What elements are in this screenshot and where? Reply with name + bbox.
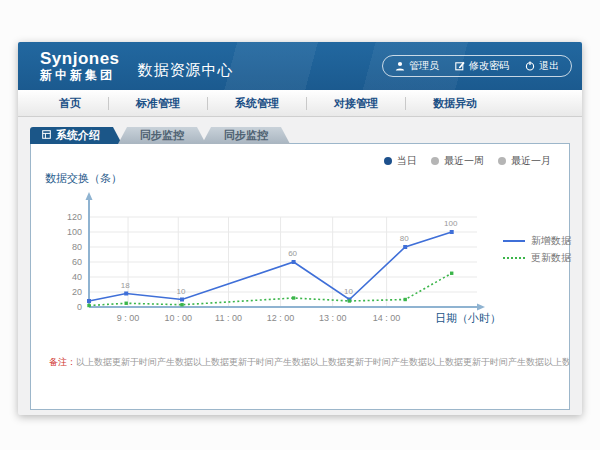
footnote: 备注：以上数据更新于时间产生数据以上数据更新于时间产生数据以上数据更新于时间产生… [31, 356, 569, 369]
series-line [89, 273, 452, 305]
legend-update-data-label: 更新数据 [531, 251, 571, 265]
x-axis-label: 日期（小时） [435, 311, 501, 326]
nav-item-system-mgmt[interactable]: 系统管理 [208, 97, 307, 110]
main-nav: 首页 标准管理 系统管理 对接管理 数据异动 [18, 90, 582, 117]
tab-sync-monitor-1-label: 同步监控 [140, 129, 184, 141]
logout-button[interactable]: 退出 [525, 59, 559, 73]
power-icon [525, 61, 535, 71]
y-tick-label: 60 [72, 257, 82, 267]
data-point-marker [87, 299, 91, 303]
data-point-label: 60 [288, 249, 297, 258]
radio-dot-icon [498, 157, 506, 165]
data-point-label: 10 [177, 287, 186, 296]
x-tick-label: 10 : 00 [165, 313, 193, 323]
tab-sync-monitor-1[interactable]: 同步监控 [118, 127, 206, 144]
radio-last-month[interactable]: 最近一月 [498, 154, 551, 168]
chart-legend: 新增数据 更新数据 [503, 232, 571, 266]
radio-last-week-label: 最近一周 [444, 154, 484, 168]
radio-today-label: 当日 [397, 154, 417, 168]
legend-new-data-label: 新增数据 [531, 234, 571, 248]
footnote-text: 以上数据更新于时间产生数据以上数据更新于时间产生数据以上数据更新于时间产生数据以… [76, 357, 569, 367]
content-area: 系统介绍 同步监控 同步监控 当日 最近一周 [18, 117, 582, 415]
data-point-label: 18 [121, 281, 130, 290]
nav-item-data-change[interactable]: 数据异动 [406, 97, 504, 110]
y-tick-label: 80 [72, 242, 82, 252]
legend-new-data[interactable]: 新增数据 [503, 232, 571, 249]
logo-text-en: Synjones [40, 50, 120, 69]
change-password-label: 修改密码 [469, 59, 509, 73]
tab-system-intro-label: 系统介绍 [56, 127, 100, 144]
gridlines [89, 217, 477, 307]
user-icon [395, 61, 405, 71]
nav-item-standard-mgmt[interactable]: 标准管理 [109, 97, 208, 110]
document-icon [42, 127, 51, 144]
y-tick-label: 100 [67, 227, 82, 237]
company-logo: Synjones 新中新集团 [40, 50, 120, 83]
logout-label: 退出 [539, 59, 559, 73]
data-point-marker [125, 302, 128, 305]
radio-dot-icon [431, 157, 439, 165]
logo-text-cn: 新中新集团 [40, 69, 120, 82]
data-point-marker [292, 260, 296, 264]
tab-bar: 系统介绍 同步监控 同步监控 [30, 127, 290, 144]
radio-last-month-label: 最近一月 [511, 154, 551, 168]
nav-item-interface-mgmt[interactable]: 对接管理 [307, 97, 406, 110]
dotted-line-icon [503, 257, 525, 259]
header-actions-group: 管理员 修改密码 退出 [382, 55, 572, 77]
x-tick-label: 12 : 00 [267, 313, 295, 323]
data-point-marker [180, 303, 183, 306]
data-point-marker [124, 292, 128, 296]
x-tick-label: 11 : 00 [215, 313, 242, 323]
y-axis-arrow-icon [86, 192, 93, 200]
solid-line-icon [503, 240, 525, 242]
y-tick-label: 40 [72, 272, 82, 282]
series-line [89, 232, 452, 301]
radio-last-week[interactable]: 最近一周 [431, 154, 484, 168]
y-axis-label: 数据交换（条） [45, 171, 122, 186]
radio-today[interactable]: 当日 [384, 154, 417, 168]
tab-sync-monitor-2[interactable]: 同步监控 [202, 127, 290, 144]
data-point-marker [87, 304, 90, 307]
legend-update-data[interactable]: 更新数据 [503, 249, 571, 266]
app-window: Synjones 新中新集团 数据资源中心 管理员 修改密码 退出 [18, 42, 582, 415]
page-title: 数据资源中心 [138, 61, 234, 80]
data-point-marker [348, 299, 351, 302]
edit-icon [455, 61, 465, 71]
y-tick-label: 20 [72, 287, 82, 297]
change-password-button[interactable]: 修改密码 [455, 59, 509, 73]
time-range-filter: 当日 最近一周 最近一月 [384, 154, 551, 168]
radio-dot-icon [384, 157, 392, 165]
data-point-marker [404, 298, 407, 301]
y-tick-label: 120 [67, 212, 82, 222]
data-point-label: 80 [400, 234, 409, 243]
chart-panel: 当日 最近一周 最近一月 数据交换（条） 0204060801001209 : … [30, 143, 570, 410]
x-axis-arrow-icon [477, 304, 485, 311]
x-tick-label: 14 : 00 [373, 313, 401, 323]
data-point-label: 100 [444, 219, 458, 228]
data-point-marker [450, 272, 453, 275]
x-tick-label: 9 : 00 [117, 313, 140, 323]
data-point-marker [450, 230, 454, 234]
x-tick-label: 13 : 00 [319, 313, 347, 323]
footnote-label: 备注： [49, 357, 76, 367]
app-header: Synjones 新中新集团 数据资源中心 管理员 修改密码 退出 [18, 42, 582, 90]
data-point-label: 10 [344, 287, 353, 296]
tab-system-intro[interactable]: 系统介绍 [30, 127, 122, 144]
data-point-marker [403, 245, 407, 249]
y-tick-label: 0 [77, 302, 82, 312]
admin-user-button[interactable]: 管理员 [395, 59, 439, 73]
tab-sync-monitor-2-label: 同步监控 [224, 129, 268, 141]
data-point-marker [292, 296, 295, 299]
admin-user-label: 管理员 [409, 59, 439, 73]
line-chart-canvas: 0204060801001209 : 0010 : 0011 : 0012 : … [41, 189, 491, 339]
data-point-marker [180, 298, 184, 302]
axes [86, 192, 486, 311]
nav-item-home[interactable]: 首页 [32, 97, 109, 110]
